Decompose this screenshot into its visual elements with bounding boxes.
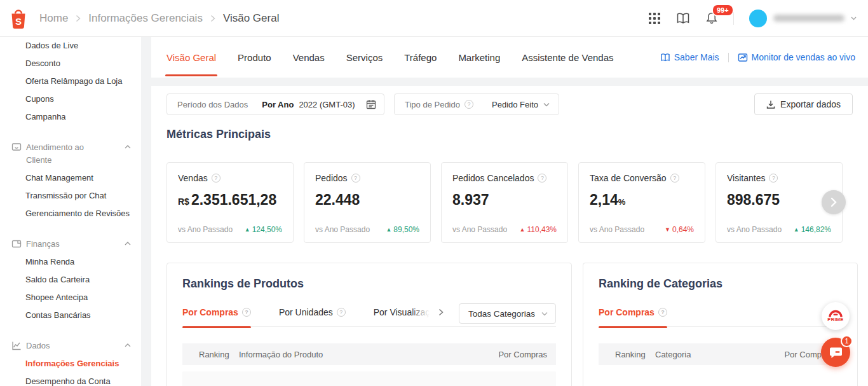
links-divider [728,53,729,62]
tab-por-unidades[interactable]: Por Unidades ? [279,307,346,317]
sidebar-item-dados-de-live[interactable]: Dados de Live [0,37,141,55]
metric-value: 22.448 [315,191,419,209]
sidebar-section-atendimento-ao-cliente[interactable]: Atendimento ao Cliente [0,141,141,167]
tab-vendas[interactable]: Vendas [293,37,325,78]
user-avatar[interactable] [749,10,767,27]
metric-cards: Vendas? R$2.351.651,28 vs Ano Passado▲12… [166,162,853,243]
tab-por-compras[interactable]: Por Compras ? [182,307,251,317]
sidebar-item-shopee-antecipa[interactable]: Shopee Antecipa [0,289,141,307]
category-ranking-tabs: Por Compras ? [599,307,842,327]
monitor-vendas-ao-vivo-link[interactable]: Monitor de vendas ao vivo [738,52,855,62]
sidebar-item-desempenho-da-conta[interactable]: Desempenho da Conta [0,373,141,386]
help-icon[interactable]: ? [465,100,473,109]
trend-down-icon: ▼ [665,226,670,233]
sidebar-item-minha-renda[interactable]: Minha Renda [0,253,141,271]
live-monitor-icon [738,53,748,62]
sidebar: Dados de Live Desconto Oferta Relâmpago … [0,37,141,386]
product-rankings-card: Rankings de Produtos Por Compras ? Por U… [166,263,572,386]
metric-card-pedidos[interactable]: Pedidos? 22.448 vs Ano Passado▲89,50% [304,162,431,243]
chat-bubble-icon [829,346,843,359]
user-name-redacted [773,15,844,22]
chevron-down-icon [851,17,857,20]
sidebar-item-gerenciamento-de-revisoes[interactable]: Gerenciamento de Revisões [0,205,141,223]
breadcrumb: Home Informações Gerenciais Visão Geral [39,12,279,25]
filter-row: Período dos Dados Por Ano 2022 (GMT-03) … [166,93,853,115]
more-tabs-chevron-icon[interactable] [438,308,444,316]
trend-up-icon: ▲ [386,226,391,233]
tab-trafego[interactable]: Tráfego [404,37,437,78]
chevron-right-icon [76,15,81,22]
help-icon[interactable]: ? [242,308,251,317]
sidebar-item-cupons[interactable]: Cupons [0,90,141,108]
chat-button[interactable]: 1 [821,338,850,367]
metric-value: 898.675 [727,191,831,209]
tab-visao-geral[interactable]: Visão Geral [166,37,216,78]
chevron-down-icon [543,102,550,107]
tab-por-compras-categorias[interactable]: Por Compras ? [599,307,667,317]
tab-assistente-de-vendas[interactable]: Assistente de Vendas [522,37,613,78]
tab-marketing[interactable]: Marketing [458,37,500,78]
header-divider [733,12,734,25]
product-table-row[interactable] [182,371,556,386]
category-table-header: Ranking Categoria Por Compras [599,343,842,365]
metric-change: ▲146,82% [794,225,831,234]
trend-up-icon: ▲ [245,226,250,233]
category-filter-dropdown[interactable]: Todas Categorias [459,303,556,324]
sidebar-item-informacoes-gerenciais[interactable]: Informações Gerenciais [0,355,141,373]
book-icon [660,53,670,62]
metric-change: ▲124,50% [245,225,282,234]
sidebar-section-dados[interactable]: Dados [0,340,141,352]
metric-card-pedidos-cancelados[interactable]: Pedidos Cancelados? 8.937 vs Ano Passado… [441,162,568,243]
metrics-title: Métricas Principais [166,128,271,141]
sidebar-item-desconto[interactable]: Desconto [0,55,141,72]
trend-up-icon: ▲ [794,226,799,233]
user-menu[interactable] [749,10,857,27]
export-data-button[interactable]: Exportar dados [754,93,853,115]
period-filter[interactable]: Período dos Dados Por Ano 2022 (GMT-03) [166,93,384,115]
sidebar-item-contas-bancarias[interactable]: Contas Bancárias [0,307,141,324]
overview-tabbar: Visão Geral Produto Vendas Serviços Tráf… [151,37,868,78]
category-ranking-title: Ranking de Categorias [599,277,842,291]
chevron-up-icon [125,145,131,149]
sidebar-item-transmissao-por-chat[interactable]: Transmissão por Chat [0,187,141,205]
metric-card-vendas[interactable]: Vendas? R$2.351.651,28 vs Ano Passado▲12… [166,162,294,243]
tab-por-visualizacoes[interactable]: Por Visualizações [374,307,430,317]
prime-button[interactable]: PRIME [822,302,850,330]
product-rankings-tabs: Por Compras ? Por Unidades ? Por Visuali… [182,307,556,327]
help-icon[interactable]: ? [337,308,346,317]
product-rankings-title: Rankings de Produtos [182,277,556,291]
breadcrumb-current-page: Visão Geral [223,12,280,25]
sidebar-item-oferta-relampago[interactable]: Oferta Relâmpago da Loja [0,72,141,90]
metric-change: ▲89,50% [386,225,419,234]
metric-value: 8.937 [452,191,557,209]
help-icon[interactable]: ? [538,174,546,183]
top-header: S Home Informações Gerenciais Visão Gera… [0,0,868,37]
tab-produto[interactable]: Produto [238,37,271,78]
breadcrumb-home[interactable]: Home [39,12,68,25]
education-book-icon[interactable] [676,12,690,25]
apps-grid-icon[interactable] [648,12,661,25]
sidebar-item-campanha[interactable]: Campanha [0,108,141,126]
help-icon[interactable]: ? [769,174,778,183]
chevron-up-icon [125,242,131,245]
metric-card-taxa-de-conversao[interactable]: Taxa de Conversão? 2,14% vs Ano Passado▼… [578,162,705,243]
product-table-header: Ranking Informação do Produto Por Compra… [182,343,556,365]
saber-mais-link[interactable]: Saber Mais [660,52,719,62]
help-icon[interactable]: ? [658,308,667,317]
category-ranking-card: Ranking de Categorias Por Compras ? Rank… [583,263,858,386]
help-icon[interactable]: ? [670,174,679,183]
help-icon[interactable]: ? [351,174,360,183]
carousel-next-button[interactable] [822,190,846,214]
metric-value: 2,14% [590,191,694,209]
help-icon[interactable]: ? [212,174,220,183]
overview-content: Período dos Dados Por Ano 2022 (GMT-03) … [151,86,868,386]
notifications-bell-icon[interactable]: 99+ [705,11,718,25]
tab-servicos[interactable]: Serviços [346,37,383,78]
metric-value: R$2.351.651,28 [178,191,282,209]
breadcrumb-informacoes-gerenciais[interactable]: Informações Gerenciais [88,12,203,25]
sidebar-item-chat-management[interactable]: Chat Management [0,169,141,187]
shopee-logo-icon[interactable]: S [9,7,28,30]
sidebar-section-financas[interactable]: Finanças [0,238,141,251]
order-type-filter[interactable]: Tipo de Pedido ? Pedido Feito [394,93,559,115]
sidebar-item-saldo-da-carteira[interactable]: Saldo da Carteira [0,271,141,289]
